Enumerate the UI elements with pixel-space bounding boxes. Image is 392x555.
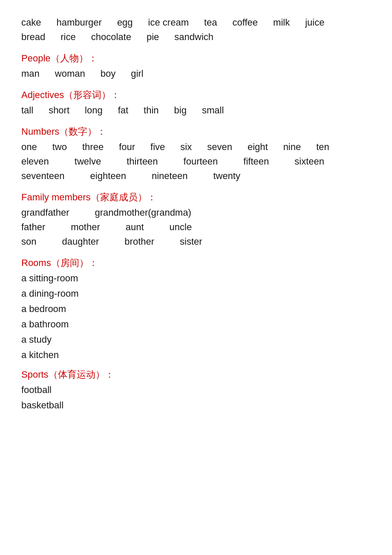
word-ten: ten — [316, 142, 329, 153]
word-nineteen: nineteen — [152, 171, 187, 182]
word-fat: fat — [118, 105, 128, 116]
numbers-row3: seventeen eighteen nineteen twenty — [21, 171, 371, 183]
word-seventeen: seventeen — [21, 171, 65, 182]
word-big: big — [174, 105, 187, 116]
word-bathroom: a bathroom — [21, 319, 371, 330]
word-pie: pie — [147, 32, 159, 43]
family-header: Family members（家庭成员）： — [21, 191, 371, 204]
word-milk: milk — [273, 17, 290, 28]
word-eighteen: eighteen — [90, 171, 126, 182]
word-chocolate: chocolate — [91, 32, 131, 43]
word-father: father — [21, 222, 45, 233]
word-football: football — [21, 384, 371, 396]
word-seven: seven — [207, 142, 232, 153]
word-bread: bread — [21, 32, 45, 43]
people-header: People（人物）： — [21, 52, 371, 65]
word-ice-cream: ice cream — [148, 17, 189, 28]
word-juice: juice — [305, 17, 324, 28]
word-tall: tall — [21, 105, 33, 116]
word-grandmother: grandmother(grandma) — [95, 207, 191, 218]
sports-header: Sports（体育运动）： — [21, 368, 371, 381]
word-hamburger: hamburger — [56, 17, 101, 28]
word-twelve: twelve — [75, 156, 101, 167]
adjectives-header: Adjectives（形容词）： — [21, 89, 371, 101]
word-woman: woman — [55, 68, 85, 79]
word-eleven: eleven — [21, 156, 49, 167]
word-three: three — [82, 142, 104, 153]
family-row1: grandfather grandmother(grandma) — [21, 207, 371, 220]
word-nine: nine — [283, 142, 301, 153]
word-cake: cake — [21, 17, 41, 28]
word-four: four — [119, 142, 135, 153]
word-tea: tea — [204, 17, 217, 28]
word-uncle: uncle — [170, 222, 192, 233]
family-row3: son daughter brother sister — [21, 236, 371, 249]
word-fourteen: fourteen — [184, 156, 218, 167]
word-rice: rice — [61, 32, 75, 43]
word-thin: thin — [144, 105, 159, 116]
word-sandwich: sandwich — [174, 32, 213, 43]
word-man: man — [21, 68, 40, 79]
word-daughter: daughter — [62, 236, 99, 247]
word-sister: sister — [180, 236, 202, 247]
numbers-row2: eleven twelve thirteen fourteen fifteen … — [21, 156, 371, 169]
food-row2: bread rice chocolate pie sandwich — [21, 32, 371, 44]
word-one: one — [21, 142, 37, 153]
word-fifteen: fifteen — [243, 156, 269, 167]
word-basketball: basketball — [21, 400, 371, 411]
adjectives-words: tall short long fat thin big small — [21, 105, 371, 118]
rooms-header: Rooms（房间）： — [21, 257, 371, 269]
word-coffee: coffee — [233, 17, 258, 28]
word-sixteen: sixteen — [294, 156, 324, 167]
food-row1: cake hamburger egg ice cream tea coffee … — [21, 17, 371, 30]
word-two: two — [52, 142, 67, 153]
family-row2: father mother aunt uncle — [21, 222, 371, 234]
word-brother: brother — [124, 236, 154, 247]
word-thirteen: thirteen — [127, 156, 158, 167]
word-son: son — [21, 236, 36, 247]
word-boy: boy — [101, 68, 115, 79]
numbers-row1: one two three four five six seven eight … — [21, 142, 371, 154]
numbers-header: Numbers（数字）： — [21, 125, 371, 138]
word-small: small — [202, 105, 224, 116]
word-long: long — [85, 105, 103, 116]
word-dining-room: a dining-room — [21, 288, 371, 299]
word-bedroom: a bedroom — [21, 304, 371, 315]
word-five: five — [150, 142, 165, 153]
word-sitting-room: a sitting-room — [21, 273, 371, 284]
word-study: a study — [21, 334, 371, 345]
word-mother: mother — [71, 222, 100, 233]
word-twenty: twenty — [213, 171, 240, 182]
word-eight: eight — [248, 142, 268, 153]
word-aunt: aunt — [126, 222, 144, 233]
word-short: short — [49, 105, 69, 116]
word-kitchen: a kitchen — [21, 350, 371, 361]
word-grandfather: grandfather — [21, 207, 69, 218]
people-words: man woman boy girl — [21, 68, 371, 81]
word-six: six — [180, 142, 192, 153]
word-egg: egg — [117, 17, 133, 28]
word-girl: girl — [131, 68, 143, 79]
